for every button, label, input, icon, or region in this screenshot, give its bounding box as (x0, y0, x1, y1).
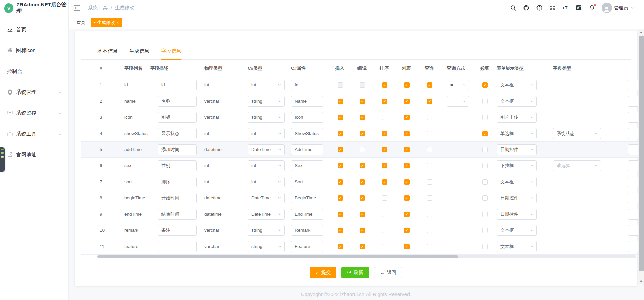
query-checkbox[interactable] (427, 212, 432, 217)
cs-type-select[interactable]: int (248, 80, 285, 90)
cs-prop-input[interactable] (291, 96, 323, 107)
field-desc-input[interactable] (158, 209, 197, 220)
cs-prop-input[interactable] (291, 209, 323, 220)
cs-type-select[interactable]: DateTime (248, 193, 285, 203)
field-desc-input[interactable] (158, 144, 197, 155)
cs-type-select[interactable]: int (248, 128, 285, 139)
display-type-select[interactable]: 日期控件 (497, 209, 537, 220)
edit-checkbox[interactable]: ✓ (360, 163, 365, 168)
back-button[interactable]: ← 返回 (374, 267, 402, 278)
query-type-select[interactable]: = (447, 80, 469, 90)
cs-type-select[interactable]: string (248, 241, 285, 252)
field-desc-input[interactable] (158, 80, 197, 90)
query-checkbox[interactable] (427, 195, 432, 201)
sidebar-item-3[interactable]: 系统管理 (0, 82, 68, 103)
tab-2[interactable]: 字段信息 (161, 48, 181, 60)
cs-type-select[interactable]: int (248, 160, 285, 171)
display-type-select[interactable]: 文本框 (497, 80, 537, 90)
required-checkbox[interactable] (482, 115, 488, 120)
font-size-icon[interactable]: TT (562, 5, 569, 11)
sidebar-item-4[interactable]: 系统监控 (0, 103, 68, 123)
edit-checkbox[interactable]: ✓ (360, 212, 365, 217)
sidebar-item-6[interactable]: 官网地址 (0, 144, 68, 165)
field-desc-input[interactable] (158, 225, 197, 236)
edit-checkbox[interactable]: ✓ (360, 195, 365, 201)
tab-0[interactable]: 基本信息 (97, 48, 118, 59)
cs-type-select[interactable]: string (248, 112, 285, 123)
sort-checkbox[interactable] (382, 195, 387, 201)
insert-checkbox[interactable]: ✓ (338, 195, 343, 201)
required-checkbox[interactable] (482, 244, 488, 249)
sort-checkbox[interactable] (382, 115, 387, 120)
help-icon[interactable] (536, 5, 543, 11)
fullscreen-icon[interactable] (549, 5, 556, 11)
tag-0[interactable]: 首页 (74, 18, 88, 27)
required-checkbox[interactable] (482, 147, 488, 152)
sort-checkbox[interactable] (382, 228, 387, 233)
field-desc-input[interactable] (158, 96, 197, 107)
query-checkbox[interactable] (427, 147, 432, 152)
cs-type-select[interactable]: DateTime (248, 144, 285, 155)
display-type-select[interactable]: 单选框 (497, 128, 537, 139)
extra-input[interactable] (628, 209, 638, 220)
edit-checkbox[interactable]: ✓ (360, 99, 365, 104)
sort-checkbox[interactable]: ✓ (382, 163, 387, 168)
list-checkbox[interactable]: ✓ (404, 179, 410, 185)
extra-input[interactable] (628, 177, 638, 187)
search-icon[interactable] (510, 5, 517, 11)
cs-type-select[interactable]: string (248, 96, 285, 107)
required-checkbox[interactable] (482, 99, 488, 104)
tag-1[interactable]: ●生成修改× (91, 18, 122, 27)
scroll-up-button[interactable] (638, 29, 644, 35)
required-checkbox[interactable] (482, 195, 488, 201)
dict-type-select[interactable]: 系统状态 (553, 128, 601, 139)
sort-checkbox[interactable]: ✓ (382, 179, 387, 185)
refresh-button[interactable]: 刷新 (341, 267, 369, 278)
h-scrollbar-thumb[interactable] (97, 255, 458, 258)
insert-checkbox[interactable]: ✓ (338, 212, 343, 217)
display-type-select[interactable]: 文本框 (497, 225, 537, 236)
insert-checkbox[interactable]: ✓ (338, 131, 343, 136)
tag-close-icon[interactable]: × (117, 20, 119, 25)
display-type-select[interactable]: 日期控件 (497, 193, 537, 203)
extra-input[interactable] (628, 128, 638, 139)
extra-input[interactable] (628, 112, 638, 123)
sidebar-collapse-icon[interactable] (73, 4, 81, 12)
display-type-select[interactable]: 文本框 (497, 241, 537, 252)
sort-checkbox[interactable] (382, 244, 387, 249)
required-checkbox[interactable]: ✓ (482, 82, 488, 88)
required-checkbox[interactable] (482, 163, 488, 168)
scroll-down-button[interactable] (638, 278, 644, 284)
insert-checkbox[interactable]: ✓ (338, 244, 343, 249)
cs-prop-input[interactable] (291, 128, 323, 139)
required-checkbox[interactable] (482, 179, 488, 185)
field-desc-input[interactable] (158, 128, 197, 139)
field-desc-input[interactable] (158, 177, 197, 187)
insert-checkbox[interactable]: ✓ (338, 99, 343, 104)
edit-checkbox[interactable]: ✓ (360, 228, 365, 233)
cs-prop-input[interactable] (291, 80, 323, 90)
insert-checkbox[interactable]: ✓ (338, 163, 343, 168)
field-desc-input[interactable] (158, 112, 197, 123)
list-checkbox[interactable]: ✓ (404, 131, 410, 136)
list-checkbox[interactable]: ✓ (404, 212, 410, 217)
translate-icon[interactable]: Ax (575, 5, 582, 11)
cs-type-select[interactable]: string (248, 225, 285, 236)
user-menu[interactable]: 管理员 (602, 3, 634, 13)
field-desc-input[interactable] (158, 160, 197, 171)
field-desc-input[interactable] (158, 241, 197, 252)
extra-input[interactable] (628, 80, 638, 90)
submit-button[interactable]: ✓ 提交 (310, 267, 337, 278)
query-checkbox[interactable] (427, 163, 432, 168)
required-checkbox[interactable]: ✓ (482, 131, 488, 136)
extra-input[interactable] (628, 144, 638, 155)
cs-prop-input[interactable] (291, 225, 323, 236)
list-checkbox[interactable]: ✓ (404, 147, 410, 152)
list-checkbox[interactable]: ✓ (404, 244, 410, 249)
list-checkbox[interactable]: ✓ (404, 228, 410, 233)
insert-checkbox[interactable]: ✓ (338, 228, 343, 233)
sort-checkbox[interactable] (382, 212, 387, 217)
edit-checkbox[interactable]: ✓ (360, 179, 365, 185)
extra-input[interactable] (628, 96, 638, 107)
github-icon[interactable] (523, 5, 530, 11)
